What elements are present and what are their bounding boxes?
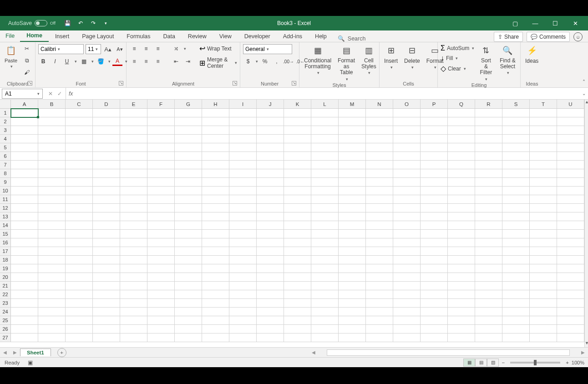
cell-G18[interactable] — [175, 256, 202, 264]
cell-T2[interactable] — [530, 117, 557, 126]
horizontal-scrollbar[interactable] — [327, 349, 570, 356]
cell-S24[interactable] — [502, 308, 530, 316]
cell-R9[interactable] — [475, 178, 502, 187]
cell-C14[interactable] — [66, 221, 93, 230]
cell-B25[interactable] — [38, 316, 66, 325]
cell-L24[interactable] — [311, 308, 339, 316]
cell-U12[interactable] — [557, 204, 584, 212]
page-break-view-icon[interactable]: ▧ — [487, 359, 499, 367]
cell-L26[interactable] — [311, 325, 339, 333]
cell-K23[interactable] — [284, 299, 311, 308]
column-header-D[interactable]: D — [93, 100, 120, 109]
cell-U14[interactable] — [557, 221, 584, 230]
cell-T3[interactable] — [530, 126, 557, 135]
cell-N11[interactable] — [366, 195, 393, 204]
fill-button[interactable]: ↓Fill▾ — [441, 54, 474, 62]
cell-U13[interactable] — [557, 212, 584, 221]
cell-F20[interactable] — [147, 273, 175, 282]
cell-K26[interactable] — [284, 325, 311, 333]
cell-K1[interactable] — [284, 109, 311, 117]
cell-M27[interactable] — [339, 333, 366, 342]
cell-D7[interactable] — [93, 161, 120, 169]
font-size-combo[interactable]: 11 — [86, 44, 101, 54]
cell-N14[interactable] — [366, 221, 393, 230]
cell-H19[interactable] — [202, 264, 229, 273]
cell-C6[interactable] — [66, 152, 93, 161]
cell-F25[interactable] — [147, 316, 175, 325]
cell-U8[interactable] — [557, 169, 584, 178]
cell-F14[interactable] — [147, 221, 175, 230]
cell-L2[interactable] — [311, 117, 339, 126]
clipboard-launcher-icon[interactable]: ↘ — [28, 81, 32, 86]
tab-developer[interactable]: Developer — [238, 31, 277, 42]
cell-M1[interactable] — [339, 109, 366, 117]
cell-R21[interactable] — [475, 282, 502, 290]
cell-C22[interactable] — [66, 290, 93, 299]
cell-F6[interactable] — [147, 152, 175, 161]
cell-E15[interactable] — [120, 230, 147, 238]
cell-H4[interactable] — [202, 135, 229, 143]
cell-U2[interactable] — [557, 117, 584, 126]
cell-A13[interactable] — [11, 212, 38, 221]
cell-C23[interactable] — [66, 299, 93, 308]
cell-M20[interactable] — [339, 273, 366, 282]
cell-E6[interactable] — [120, 152, 147, 161]
cell-M15[interactable] — [339, 230, 366, 238]
cell-R25[interactable] — [475, 316, 502, 325]
cell-F17[interactable] — [147, 247, 175, 256]
cell-S6[interactable] — [502, 152, 530, 161]
cell-I2[interactable] — [229, 117, 257, 126]
cell-A25[interactable] — [11, 316, 38, 325]
cell-A12[interactable] — [11, 204, 38, 212]
cell-E10[interactable] — [120, 187, 147, 195]
tab-insert[interactable]: Insert — [49, 31, 76, 42]
cell-J11[interactable] — [257, 195, 284, 204]
cell-A4[interactable] — [11, 135, 38, 143]
cell-S25[interactable] — [502, 316, 530, 325]
cell-L8[interactable] — [311, 169, 339, 178]
cell-K6[interactable] — [284, 152, 311, 161]
cell-P20[interactable] — [421, 273, 448, 282]
row-header-16[interactable]: 16 — [0, 238, 11, 247]
cell-L9[interactable] — [311, 178, 339, 187]
expand-formula-bar-icon[interactable]: ⌄ — [580, 91, 588, 96]
cell-D2[interactable] — [93, 117, 120, 126]
cell-E2[interactable] — [120, 117, 147, 126]
cell-R15[interactable] — [475, 230, 502, 238]
cell-T6[interactable] — [530, 152, 557, 161]
cell-J7[interactable] — [257, 161, 284, 169]
cell-O10[interactable] — [393, 187, 421, 195]
cell-J17[interactable] — [257, 247, 284, 256]
cell-O3[interactable] — [393, 126, 421, 135]
cell-J20[interactable] — [257, 273, 284, 282]
cell-N22[interactable] — [366, 290, 393, 299]
cell-T12[interactable] — [530, 204, 557, 212]
cell-H14[interactable] — [202, 221, 229, 230]
tell-me-search[interactable]: 🔍 Search — [333, 35, 370, 42]
cell-K13[interactable] — [284, 212, 311, 221]
cell-U10[interactable] — [557, 187, 584, 195]
cell-F10[interactable] — [147, 187, 175, 195]
row-header-27[interactable]: 27 — [0, 333, 11, 342]
cell-C9[interactable] — [66, 178, 93, 187]
row-header-22[interactable]: 22 — [0, 290, 11, 299]
ideas-button[interactable]: ⚡Ideas — [523, 44, 540, 64]
cell-B27[interactable] — [38, 333, 66, 342]
column-header-S[interactable]: S — [502, 100, 530, 109]
cell-N21[interactable] — [366, 282, 393, 290]
cell-A19[interactable] — [11, 264, 38, 273]
cell-G27[interactable] — [175, 333, 202, 342]
cell-U3[interactable] — [557, 126, 584, 135]
cell-A14[interactable] — [11, 221, 38, 230]
tab-view[interactable]: View — [213, 31, 238, 42]
cell-G8[interactable] — [175, 169, 202, 178]
cell-F15[interactable] — [147, 230, 175, 238]
cell-K12[interactable] — [284, 204, 311, 212]
save-icon[interactable]: 💾 — [64, 19, 72, 27]
cell-S18[interactable] — [502, 256, 530, 264]
column-header-F[interactable]: F — [147, 100, 175, 109]
cell-N25[interactable] — [366, 316, 393, 325]
cell-F12[interactable] — [147, 204, 175, 212]
cell-M5[interactable] — [339, 143, 366, 152]
cell-Q4[interactable] — [448, 135, 475, 143]
